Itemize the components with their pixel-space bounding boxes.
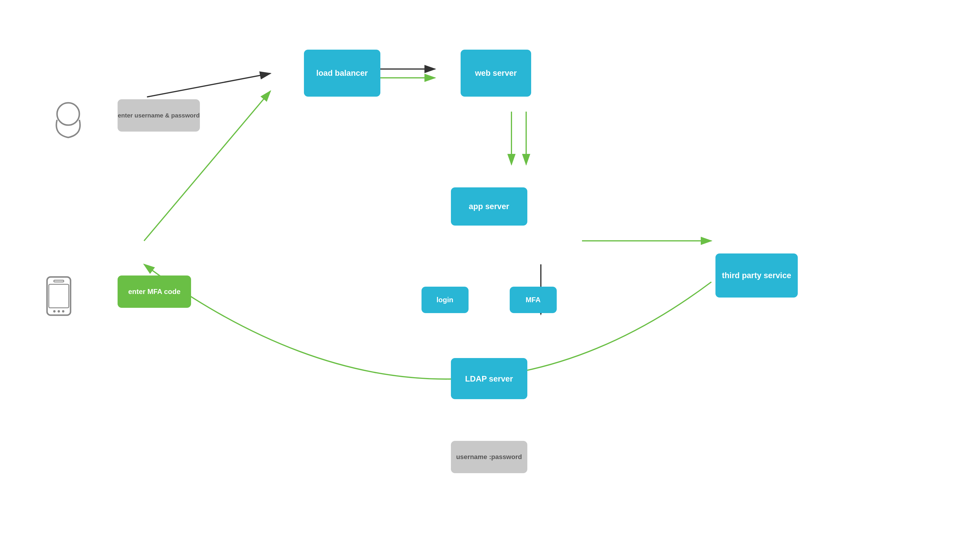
login-box: login bbox=[422, 287, 469, 313]
svg-point-11 bbox=[57, 103, 80, 125]
svg-rect-14 bbox=[49, 284, 69, 308]
mfa-box: MFA bbox=[510, 287, 557, 313]
third-party-box: third party service bbox=[716, 254, 798, 297]
svg-point-15 bbox=[53, 310, 56, 313]
ldap-server-box: LDAP server bbox=[451, 358, 527, 399]
svg-rect-13 bbox=[54, 280, 64, 282]
svg-point-16 bbox=[57, 310, 60, 313]
enter-mfa-box: enter MFA code bbox=[118, 275, 191, 308]
diagram-container: enter username & password enter MFA code… bbox=[0, 0, 980, 551]
svg-rect-12 bbox=[47, 277, 70, 315]
load-balancer-box: load balancer bbox=[304, 50, 380, 97]
svg-point-17 bbox=[62, 310, 64, 313]
phone-icon bbox=[44, 275, 73, 317]
person-icon bbox=[49, 99, 87, 146]
web-server-box: web server bbox=[461, 50, 531, 97]
app-server-box: app server bbox=[451, 187, 527, 225]
svg-line-3 bbox=[147, 73, 270, 97]
enter-username-box: enter username & password bbox=[118, 99, 200, 132]
username-password-box: username :password bbox=[451, 441, 527, 473]
